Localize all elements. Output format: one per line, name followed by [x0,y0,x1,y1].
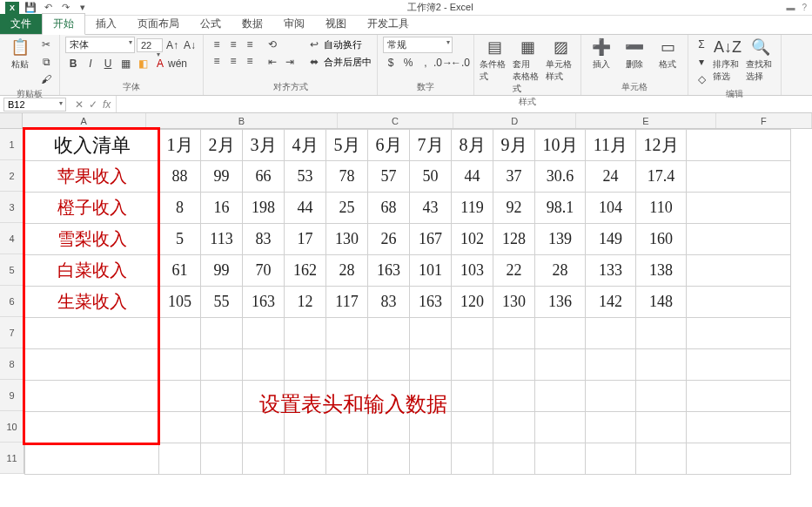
format-painter-icon[interactable]: 🖌 [38,71,54,87]
blank-cell[interactable] [687,193,791,224]
blank-cell[interactable] [687,381,791,412]
data-cell[interactable]: 163 [410,287,452,318]
blank-cell[interactable] [452,443,493,475]
tab-formulas[interactable]: 公式 [190,14,232,34]
blank-cell[interactable] [25,412,159,443]
blank-cell[interactable] [687,287,791,318]
redo-icon[interactable]: ↷ [59,2,71,14]
blank-cell[interactable] [410,443,452,475]
data-cell[interactable]: 133 [586,255,636,287]
save-icon[interactable]: 💾 [24,2,37,14]
tab-page-layout[interactable]: 页面布局 [127,14,190,34]
blank-cell[interactable] [201,318,243,349]
data-cell[interactable]: 136 [535,287,586,318]
blank-cell[interactable] [25,349,159,381]
month-header[interactable]: 10月 [535,130,586,161]
row-label-cell[interactable]: 雪梨收入 [25,224,159,255]
data-cell[interactable]: 70 [243,255,285,287]
blank-cell[interactable] [410,318,452,349]
blank-cell[interactable] [368,443,410,475]
data-cell[interactable]: 66 [243,161,285,193]
blank-cell[interactable] [535,412,586,443]
data-cell[interactable]: 8 [159,193,201,224]
row-header[interactable]: 4 [0,223,24,254]
row-header[interactable]: 1 [0,129,24,160]
name-box[interactable]: B12 [3,98,66,112]
fill-color-icon[interactable]: ◧ [135,56,151,71]
table-title-cell[interactable]: 收入清单 [25,130,159,161]
help-icon[interactable]: ? [802,3,807,12]
data-cell[interactable]: 160 [636,224,687,255]
month-header[interactable]: 8月 [452,130,493,161]
blank-cell[interactable] [535,381,586,412]
blank-cell[interactable] [636,381,687,412]
blank-cell[interactable] [201,412,243,443]
percent-icon[interactable]: % [400,55,416,71]
blank-cell[interactable] [285,443,326,475]
align-top-icon[interactable]: ≡ [209,37,225,52]
row-header[interactable]: 6 [0,286,24,317]
col-header-B[interactable]: B [146,113,339,128]
italic-button[interactable]: I [83,56,98,71]
clear-icon[interactable]: ◇ [694,71,709,87]
orientation-icon[interactable]: ⟲ [265,37,280,52]
data-cell[interactable]: 22 [493,255,535,287]
increase-indent-icon[interactable]: ⇥ [282,54,298,70]
month-header[interactable]: 1月 [159,130,201,161]
row-label-cell[interactable]: 苹果收入 [25,161,159,193]
blank-cell[interactable] [493,349,535,381]
blank-cell[interactable] [452,412,493,443]
data-cell[interactable]: 163 [368,255,410,287]
fill-icon[interactable]: ▾ [694,54,709,70]
data-cell[interactable]: 28 [535,255,586,287]
blank-cell[interactable] [201,443,243,475]
data-cell[interactable]: 50 [410,161,452,193]
data-cell[interactable]: 101 [410,255,452,287]
conditional-formatting-button[interactable]: ▤条件格式 [480,37,509,83]
align-bottom-icon[interactable]: ≡ [242,37,258,52]
data-cell[interactable]: 53 [285,161,326,193]
data-cell[interactable]: 5 [159,224,201,255]
data-cell[interactable]: 16 [201,193,243,224]
blank-cell[interactable] [201,349,243,381]
find-select-button[interactable]: 🔍查找和选择 [746,37,775,83]
blank-cell[interactable] [25,443,159,475]
merge-center-icon[interactable]: ⬌ [306,54,322,70]
data-cell[interactable]: 83 [368,287,410,318]
row-header[interactable]: 10 [0,411,24,443]
blank-cell[interactable] [493,318,535,349]
data-cell[interactable]: 12 [285,287,326,318]
blank-cell[interactable] [285,349,326,381]
blank-cell[interactable] [159,381,201,412]
data-cell[interactable]: 57 [368,161,410,193]
row-header[interactable]: 7 [0,317,24,348]
border-icon[interactable]: ▦ [117,56,133,71]
data-cell[interactable]: 167 [410,224,452,255]
blank-cell[interactable] [687,443,791,475]
blank-cell[interactable] [586,381,636,412]
data-cell[interactable]: 117 [326,287,368,318]
blank-cell[interactable] [25,381,159,412]
col-header-F[interactable]: F [716,113,812,128]
data-cell[interactable]: 24 [586,161,636,193]
data-cell[interactable]: 17.4 [636,161,687,193]
month-header[interactable]: 2月 [201,130,243,161]
month-header[interactable]: 4月 [285,130,326,161]
blank-cell[interactable] [636,443,687,475]
blank-cell[interactable] [243,349,285,381]
col-header-D[interactable]: D [453,113,577,128]
month-header[interactable]: 11月 [586,130,636,161]
row-label-cell[interactable]: 橙子收入 [25,193,159,224]
ribbon-min-icon[interactable]: ▬ [786,3,795,12]
data-cell[interactable]: 83 [243,224,285,255]
format-as-table-button[interactable]: ▦套用 表格格式 [513,37,542,95]
data-cell[interactable]: 120 [452,287,493,318]
row-header[interactable]: 9 [0,380,24,411]
data-cell[interactable]: 17 [285,224,326,255]
data-cell[interactable]: 138 [636,255,687,287]
tab-file[interactable]: 文件 [0,14,42,34]
data-cell[interactable]: 139 [535,224,586,255]
row-header[interactable]: 5 [0,254,24,286]
data-cell[interactable]: 30.6 [535,161,586,193]
cells-area[interactable]: 收入清单1月2月3月4月5月6月7月8月9月10月11月12月苹果收入88996… [24,129,791,475]
